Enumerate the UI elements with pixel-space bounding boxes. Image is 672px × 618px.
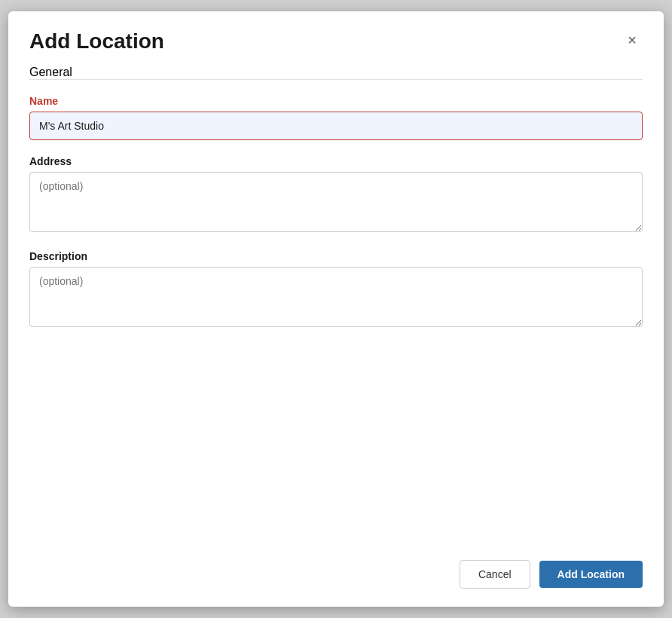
dialog-title: Add Location [29, 29, 164, 54]
name-input[interactable] [29, 112, 643, 140]
address-label: Address [29, 155, 643, 167]
address-textarea[interactable] [29, 172, 643, 232]
cancel-button[interactable]: Cancel [460, 560, 530, 589]
name-label: Name [29, 95, 643, 107]
name-field-group: Name [29, 95, 643, 140]
dialog: Add Location × General Name Address Desc… [8, 11, 664, 607]
tab-bar: General [29, 66, 643, 80]
description-textarea[interactable] [29, 267, 643, 327]
dialog-overlay: Add Location × General Name Address Desc… [0, 0, 672, 618]
description-field-group: Description [29, 250, 643, 330]
content-spacer [29, 345, 643, 545]
close-button[interactable]: × [622, 29, 643, 50]
dialog-header: Add Location × [29, 29, 643, 54]
dialog-footer: Cancel Add Location [29, 545, 643, 589]
address-field-group: Address [29, 155, 643, 235]
description-label: Description [29, 250, 643, 262]
add-location-button[interactable]: Add Location [539, 561, 643, 588]
